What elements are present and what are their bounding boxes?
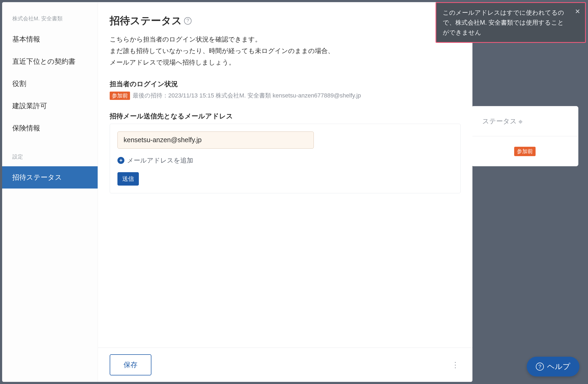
email-section-title: 招待メール送信先となるメールアドレス — [110, 112, 461, 121]
sidebar-item-label: 直近下位との契約書 — [12, 57, 75, 65]
sidebar-item-contract[interactable]: 直近下位との契約書 — [2, 50, 98, 73]
add-email-label: メールアドレスを追加 — [127, 156, 193, 165]
error-toast: このメールアドレスはすでに使われてるので、株式会社M. 安全書類では使用すること… — [436, 2, 586, 43]
close-icon: ✕ — [575, 8, 580, 15]
sidebar-item-label: 建設業許可 — [12, 102, 47, 110]
toast-message: このメールアドレスはすでに使われてるので、株式会社M. 安全書類では使用すること… — [443, 8, 570, 37]
vertical-dots-icon: ⋮ — [452, 360, 459, 369]
sidebar-group-title-1: 株式会社M. 安全書類 — [2, 12, 98, 28]
plus-icon: + — [117, 157, 124, 164]
description-line: メールアドレスで現場へ招待しましょう。 — [110, 57, 461, 68]
help-fab[interactable]: ? ヘルプ — [527, 357, 579, 377]
modal: 株式会社M. 安全書類 基本情報 直近下位との契約書 役割 建設業許可 保険情報… — [2, 2, 472, 382]
sidebar: 株式会社M. 安全書類 基本情報 直近下位との契約書 役割 建設業許可 保険情報… — [2, 2, 98, 382]
description-line: まだ誰も招待していなかったり、時間が経っても未ログインのままの場合、 — [110, 45, 461, 57]
sidebar-item-basic-info[interactable]: 基本情報 — [2, 28, 98, 50]
help-fab-label: ヘルプ — [547, 362, 570, 372]
help-icon[interactable]: ? — [184, 17, 192, 25]
email-input[interactable] — [117, 131, 314, 149]
sidebar-group-title-2: 設定 — [2, 150, 98, 166]
more-menu-button[interactable]: ⋮ — [450, 360, 461, 370]
sidebar-item-label: 招待ステータス — [12, 173, 62, 181]
sidebar-item-role[interactable]: 役割 — [2, 73, 98, 95]
toast-close-button[interactable]: ✕ — [575, 8, 580, 15]
main-content-area: 招待ステータス ? こちらから担当者のログイン状況を確認できます。 まだ誰も招待… — [98, 2, 472, 382]
main-scroll: 招待ステータス ? こちらから担当者のログイン状況を確認できます。 まだ誰も招待… — [98, 2, 472, 348]
sidebar-item-insurance[interactable]: 保険情報 — [2, 117, 98, 139]
add-email-button[interactable]: + メールアドレスを追加 — [117, 156, 453, 165]
send-button[interactable]: 送信 — [117, 172, 139, 186]
sidebar-item-label: 保険情報 — [12, 124, 40, 132]
modal-footer: 保存 ⋮ — [98, 348, 472, 382]
sidebar-item-label: 役割 — [12, 80, 26, 88]
participation-status-badge: 参加前 — [110, 92, 130, 100]
sidebar-item-construction-permit[interactable]: 建設業許可 — [2, 95, 98, 117]
help-icon: ? — [536, 363, 544, 371]
status-line: 参加前 最後の招待：2023/11/13 15:15 株式会社M. 安全書類 k… — [110, 92, 461, 100]
background-table-row: 参加前 — [472, 136, 578, 166]
background-table-header: ステータス ◆ — [472, 106, 578, 136]
status-badge: 参加前 — [514, 147, 536, 156]
status-column-label: ステータス — [482, 117, 517, 126]
last-invite-text: 最後の招待：2023/11/13 15:15 株式会社M. 安全書類 kense… — [133, 92, 361, 100]
background-card: ステータス ◆ 参加前 — [471, 106, 578, 166]
page-description: こちらから担当者のログイン状況を確認できます。 まだ誰も招待していなかったり、時… — [110, 33, 461, 68]
sidebar-item-label: 基本情報 — [12, 35, 40, 43]
page-title: 招待ステータス ? — [110, 14, 461, 28]
email-card: + メールアドレスを追加 送信 — [110, 124, 461, 193]
save-button[interactable]: 保存 — [110, 354, 151, 375]
description-line: こちらから担当者のログイン状況を確認できます。 — [110, 33, 461, 45]
sidebar-item-invite-status[interactable]: 招待ステータス — [2, 166, 98, 189]
page-title-text: 招待ステータス — [110, 14, 182, 28]
login-status-title: 担当者のログイン状況 — [110, 80, 461, 88]
sort-icon: ◆ — [518, 118, 522, 125]
